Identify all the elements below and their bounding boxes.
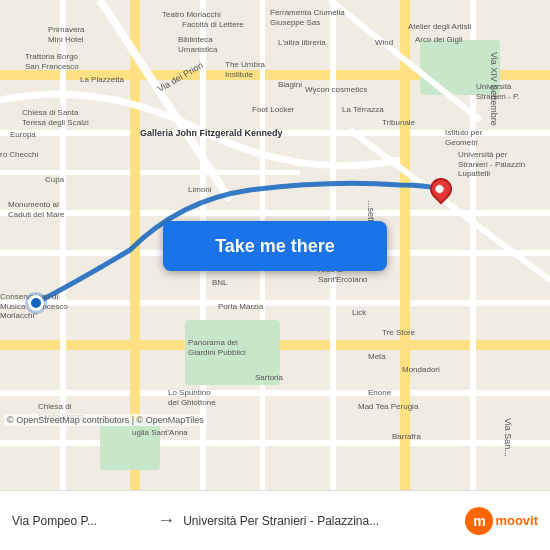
route-arrow: →	[157, 510, 175, 531]
map-container: Teatro Morlacchi Facoltà di Lettere Ferr…	[0, 0, 550, 490]
from-label: Via Pompeo P...	[12, 514, 97, 528]
moovit-icon: m	[465, 507, 493, 535]
road	[0, 130, 550, 136]
copyright-text: © OpenStreetMap contributors | © OpenMap…	[4, 414, 207, 426]
route-to: Università Per Stranieri - Palazzina...	[183, 514, 457, 528]
moovit-logo: m moovit	[465, 507, 538, 535]
button-label: Take me there	[215, 236, 335, 257]
road	[0, 170, 300, 175]
road	[0, 300, 550, 306]
moovit-text: moovit	[495, 513, 538, 528]
park-area	[185, 320, 280, 385]
route-from: Via Pompeo P...	[12, 514, 149, 528]
moovit-letter: m	[473, 513, 485, 529]
road	[0, 440, 550, 446]
bottom-bar: Via Pompeo P... → Università Per Stranie…	[0, 490, 550, 550]
road	[0, 390, 550, 396]
take-me-there-button[interactable]: Take me there	[163, 221, 387, 271]
park-area-3	[420, 40, 500, 95]
to-label: Università Per Stranieri - Palazzina...	[183, 514, 379, 528]
road	[0, 210, 550, 216]
park-area-2	[100, 420, 160, 470]
pin-body	[425, 173, 456, 204]
destination-pin	[430, 178, 454, 210]
start-location-dot	[28, 295, 44, 311]
road	[400, 0, 410, 490]
